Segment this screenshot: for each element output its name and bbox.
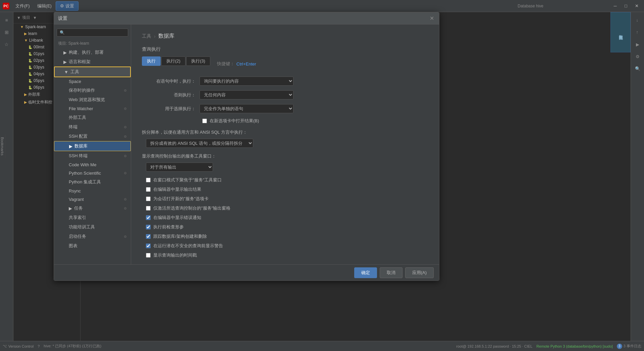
nav-item-label: 图表 bbox=[69, 243, 77, 249]
help-icon-item[interactable]: ? bbox=[38, 344, 40, 348]
tree-item-label: learn bbox=[28, 31, 37, 36]
form-label-3: 用于选择执行： bbox=[142, 106, 196, 112]
toolbar-run-icon[interactable]: ▶ bbox=[632, 39, 643, 50]
tree-item-label: 03pys bbox=[34, 65, 44, 70]
checkbox-label-8: 显示查询输出的时间戳 bbox=[153, 252, 197, 258]
toolbar-settings-icon[interactable]: ⚙ bbox=[632, 51, 643, 62]
tree-item-label: 00inst bbox=[34, 45, 44, 49]
checkbox-4[interactable] bbox=[146, 215, 151, 220]
nav-item-training[interactable]: 功能培训工具 bbox=[54, 222, 131, 232]
nav-item-codewithme[interactable]: Code With Me bbox=[54, 161, 131, 169]
tree-item-label: 04pys bbox=[34, 72, 44, 76]
nav-item-language[interactable]: ▶ 语言和框架 bbox=[54, 57, 131, 67]
tree-item-label: 06pys bbox=[34, 85, 44, 90]
menu-file[interactable]: 文件(F) bbox=[12, 2, 33, 10]
nav-item-external-tools[interactable]: 外部工具 bbox=[54, 113, 131, 122]
checkbox-0[interactable] bbox=[146, 178, 151, 182]
split-select[interactable]: 拆分成有效的 ANSI SQL 语句，或按分隔符拆分始终按分隔符拆分不拆分 bbox=[146, 139, 253, 148]
version-control-icon: ⌥ bbox=[3, 344, 7, 348]
cancel-button[interactable]: 取消 bbox=[380, 267, 402, 278]
checkbox-open-new-tab[interactable] bbox=[202, 119, 207, 123]
events-item[interactable]: 3 3 事件日志 bbox=[617, 344, 641, 349]
settings-breadcrumb: 工具 › 数据库 bbox=[142, 33, 428, 40]
nav-item-file-watcher[interactable]: File Watcher ⚙ bbox=[54, 104, 131, 113]
settings-dialog-title: 设置 bbox=[58, 15, 67, 21]
checkbox-8[interactable] bbox=[146, 253, 151, 258]
checkbox-3[interactable] bbox=[146, 206, 151, 211]
nav-item-task[interactable]: ▶ 任务 ⚙ bbox=[54, 204, 131, 213]
checkbox-label-0: 在窗口模式下聚焦于"服务"工具窗口 bbox=[153, 177, 222, 183]
nav-item-database[interactable]: ▶ 数据库 bbox=[54, 141, 131, 151]
settings-body: 项目: Spark-learn ▶ 构建、执行、部署 ▶ 语言和框架 ▼ 工具 … bbox=[54, 25, 439, 264]
select-for-selection[interactable]: 完全作为单独的语句作为代码片段 bbox=[200, 104, 293, 113]
settings-footer: 确定 取消 应用(A) bbox=[54, 264, 439, 280]
bookmarks-icon[interactable]: ☆ bbox=[1, 39, 12, 50]
nav-item-label: Python Scientific bbox=[69, 171, 101, 176]
form-row-for-selection: 用于选择执行： 完全作为单独的语句作为代码片段 bbox=[142, 104, 428, 113]
nav-icon: ⚙ bbox=[124, 135, 127, 138]
toolbar-search-icon[interactable]: 🔍 bbox=[632, 63, 643, 74]
apply-button[interactable]: 应用(A) bbox=[405, 267, 434, 278]
bookmarks-sidebar[interactable]: Bookmarks bbox=[0, 134, 5, 158]
maximize-btn[interactable]: □ bbox=[621, 1, 631, 11]
console-title: 显示查询控制台输出的服务工具窗口： bbox=[142, 153, 428, 159]
console-select[interactable]: 对于所有输出仅错误输出从不 bbox=[146, 163, 213, 172]
nav-back-icon[interactable]: ← bbox=[632, 27, 643, 38]
select-when-in-stmt[interactable]: 询问要执行的内容当前语句所有语句 bbox=[200, 77, 293, 86]
select-otherwise[interactable]: 无任何内容当前语句所有语句 bbox=[200, 90, 293, 99]
settings-search-input[interactable] bbox=[57, 29, 128, 37]
checkbox-7[interactable] bbox=[146, 244, 151, 248]
nav-item-terminal[interactable]: 终端 ⚙ bbox=[54, 122, 131, 132]
nav-item-startup-tasks[interactable]: 启动任务 ⚙ bbox=[54, 232, 131, 241]
nav-item-web-browser[interactable]: Web 浏览器和预览 bbox=[54, 95, 131, 104]
nav-expand-icon: ▶ bbox=[63, 59, 67, 64]
nav-item-vagrant[interactable]: Vagrant ⚙ bbox=[54, 195, 131, 204]
exec-tab-1[interactable]: 执行 bbox=[142, 56, 161, 66]
exec-tab-2[interactable]: 执行(2) bbox=[161, 56, 185, 66]
checkbox-5[interactable] bbox=[146, 225, 151, 229]
nav-item-build[interactable]: ▶ 构建、执行、部署 bbox=[54, 48, 131, 57]
form-label-2: 否则执行： bbox=[142, 92, 196, 98]
checkbox-6[interactable] bbox=[146, 234, 151, 239]
nav-expand-icon: ▶ bbox=[63, 50, 67, 55]
nav-item-python-int[interactable]: Python 集成工具 bbox=[54, 177, 131, 187]
nav-item-icon: ⚙ bbox=[124, 89, 127, 92]
titlebar: PC 文件(F) 编辑(E) ⚙ 设置 Database hive ─ □ ✕ bbox=[0, 0, 644, 12]
nav-item-save-actions[interactable]: 保存时的操作 ⚙ bbox=[54, 86, 131, 95]
checkbox-2[interactable] bbox=[146, 196, 151, 201]
shortcut-hint: 快捷键： Ctrl+Enter bbox=[217, 61, 256, 67]
project-icon[interactable]: ≡ bbox=[1, 15, 12, 26]
minimize-btn[interactable]: ─ bbox=[610, 1, 620, 11]
sync-status-text: hive: * 已同步 (47秒前) (1万行已跑) bbox=[44, 344, 101, 349]
nav-item-python-sci[interactable]: Python Scientific ⚙ bbox=[54, 169, 131, 177]
nav-item-space[interactable]: Space bbox=[54, 77, 131, 86]
nav-item-chart[interactable]: 图表 bbox=[54, 241, 131, 251]
exec-tab-3[interactable]: 执行(3) bbox=[186, 56, 210, 66]
version-control-item[interactable]: ⌥ Version Control bbox=[3, 344, 34, 348]
db-panel[interactable]: 数据库视图 bbox=[610, 12, 631, 52]
checkbox-label-6: 跟踪数据库/架构创建和删除 bbox=[153, 233, 207, 239]
settings-close-btn[interactable]: ✕ bbox=[428, 15, 435, 22]
nav-item-label: Rsync bbox=[69, 188, 81, 193]
nav-item-label: 外部工具 bbox=[69, 115, 86, 121]
nav-item-rsync[interactable]: Rsync bbox=[54, 187, 131, 195]
nav-item-ssh-terminal[interactable]: SSH 终端 ⚙ bbox=[54, 151, 131, 161]
nav-item-label: 工具 bbox=[70, 69, 79, 75]
project-dropdown-icon[interactable]: ▼ bbox=[33, 15, 37, 20]
checkbox-1[interactable] bbox=[146, 187, 151, 192]
form-row-when-in-stmt: 在语句中时，执行： 询问要执行的内容当前语句所有语句 bbox=[142, 77, 428, 86]
nav-item-ssh-config[interactable]: SSH 配置 ⚙ bbox=[54, 132, 131, 141]
nav-item-label: 构建、执行、部署 bbox=[69, 49, 104, 55]
structure-icon[interactable]: ⊞ bbox=[1, 27, 12, 38]
menu-edit[interactable]: 编辑(E) bbox=[34, 2, 55, 10]
tree-item-label: 05pys bbox=[34, 78, 44, 83]
root-info-text: root@ 192.168.5.1:22 password · 15:25 · … bbox=[456, 344, 532, 348]
close-btn[interactable]: ✕ bbox=[632, 1, 641, 11]
nav-item-shared-index[interactable]: 共享索引 bbox=[54, 213, 131, 222]
checkbox-label-4: 在编辑器中显示错误通知 bbox=[153, 215, 201, 221]
ok-button[interactable]: 确定 bbox=[354, 267, 377, 278]
settings-menu-btn[interactable]: ⚙ 设置 bbox=[56, 1, 78, 11]
nav-forward-icon[interactable]: → bbox=[632, 15, 643, 26]
breadcrumb-current: 数据库 bbox=[158, 33, 174, 40]
nav-item-tools[interactable]: ▼ 工具 bbox=[54, 67, 131, 77]
